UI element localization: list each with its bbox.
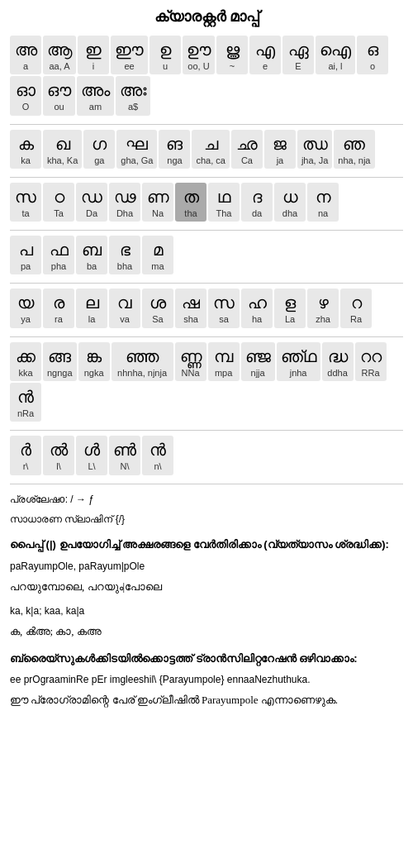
char-transliteration: ba — [87, 260, 97, 272]
char-malayalam: ൻ — [150, 439, 166, 460]
vowels-grid: അaആaa, Aഇiഈeeഉuഊoo, Uൠ~എeഏEഐai, lഒoഓOഔou… — [10, 36, 403, 116]
char-cell: ങ്ങngnga — [43, 342, 77, 381]
char-cell: സta — [10, 183, 41, 222]
char-cell: ഒo — [357, 36, 388, 74]
char-cell: ൠ~ — [216, 36, 248, 74]
char-transliteration: L\ — [88, 460, 95, 472]
char-cell: മ്പmpa — [208, 342, 240, 381]
char-cell: ഷsha — [175, 289, 206, 327]
char-malayalam: ഠ — [54, 186, 64, 207]
char-cell: ങ്കngka — [78, 342, 110, 381]
char-malayalam: ഴ — [318, 292, 329, 313]
char-transliteration: oo, U — [188, 60, 209, 72]
char-cell: ആaa, A — [43, 36, 76, 74]
char-transliteration: ga — [94, 155, 104, 166]
char-transliteration: jnha — [290, 367, 307, 379]
char-malayalam: ഔ — [47, 79, 71, 101]
char-malayalam: ഫ — [50, 239, 69, 260]
char-cell: അംam — [77, 76, 114, 115]
char-transliteration: cha, ca — [196, 155, 225, 166]
char-malayalam: ഘ — [126, 133, 148, 155]
char-cell: ഡDa — [76, 183, 107, 222]
char-cell: ഹha — [241, 289, 273, 327]
char-malayalam: ഉ — [159, 39, 171, 60]
trans-heading: ബ്രൈയ്സുകൾക്കിടയിൽക്കൊട്ടത്ത് ട്രാൻസിലിറ… — [10, 650, 403, 668]
char-malayalam: ങ്ങ — [48, 346, 71, 367]
char-malayalam: ൠ — [225, 39, 240, 60]
char-transliteration: a$ — [128, 101, 138, 112]
char-cell: ഇi — [78, 36, 109, 74]
char-transliteration: am — [89, 101, 102, 112]
char-cell: രra — [43, 289, 74, 327]
char-malayalam: ധ — [282, 186, 298, 207]
char-transliteration: nRa — [17, 408, 34, 419]
char-transliteration: zha — [316, 313, 330, 325]
char-transliteration: pa — [21, 260, 31, 272]
char-malayalam: ര — [53, 292, 64, 313]
consonants3-grid: പpaഫphaബbaഭbhaമma — [10, 236, 403, 274]
char-transliteration: ai, l — [328, 60, 342, 72]
char-transliteration: O — [22, 101, 30, 112]
char-cell: ജja — [264, 130, 296, 169]
char-malayalam: ച — [204, 133, 218, 155]
char-transliteration: tha — [184, 207, 197, 219]
char-malayalam: ത — [183, 186, 199, 207]
pipe-heading: പൈപ്പ് (|) ഉപയോഗിച്ച് അക്ഷരങ്ങളെ വേർതിരി… — [10, 536, 403, 554]
char-transliteration: E — [295, 60, 301, 72]
slash-note: പ്രശ്ലേഷo: / → ƒ — [10, 491, 403, 508]
char-transliteration: a — [23, 60, 28, 72]
char-cell: യya — [10, 289, 41, 327]
char-malayalam: ഭ — [120, 239, 131, 260]
char-cell: ഐai, l — [316, 36, 355, 74]
consonants1-grid: കkaഖkha, Kaഗgaഘgha, Gaങngaചcha, caഛCaജja… — [10, 130, 403, 169]
trans-example: ee prOgraaminRe pEr imgleeshil\ {Parayum… — [10, 671, 403, 709]
char-transliteration: nga — [167, 155, 182, 166]
char-cell: ഠTa — [43, 183, 74, 222]
char-transliteration: bha — [117, 260, 132, 272]
char-transliteration: aa, A — [49, 60, 69, 72]
char-malayalam: യ — [17, 292, 34, 313]
char-malayalam: മ — [153, 239, 164, 260]
char-malayalam: ഏ — [288, 39, 309, 60]
char-malayalam: ൾ — [83, 439, 100, 460]
char-transliteration: sa — [219, 313, 229, 325]
char-cell: ഝjha, Ja — [297, 130, 332, 169]
char-transliteration: sha — [183, 313, 198, 325]
char-transliteration: n\ — [154, 460, 161, 472]
char-transliteration: va — [120, 313, 130, 325]
char-transliteration: Ca — [241, 155, 253, 166]
notes-section: പ്രശ്ലേഷo: / → ƒ സാധാരണ സ്ലാഷിന് {/} പൈപ… — [10, 491, 403, 709]
char-cell: ഘgha, Ga — [116, 130, 157, 169]
char-cell: ഏE — [282, 36, 314, 74]
char-transliteration: ra — [55, 313, 63, 325]
char-transliteration: l\ — [56, 460, 61, 472]
char-malayalam: ഛ — [236, 133, 258, 155]
char-malayalam: ദ്ധ — [328, 346, 348, 367]
char-transliteration: la — [88, 313, 96, 325]
char-malayalam: അ — [15, 39, 37, 60]
char-malayalam: ണ്ണ — [180, 346, 202, 367]
char-malayalam: ൻ — [17, 386, 34, 408]
char-transliteration: ee — [124, 60, 134, 72]
char-transliteration: Dha — [116, 207, 133, 219]
char-malayalam: ന — [316, 186, 331, 207]
char-malayalam: ങ്ക — [86, 346, 102, 367]
char-cell: മma — [142, 236, 173, 274]
char-transliteration: njja — [251, 367, 265, 379]
char-malayalam: ഖ — [55, 133, 70, 155]
char-transliteration: ou — [54, 101, 64, 112]
char-malayalam: എ — [255, 39, 275, 60]
char-transliteration: ngka — [84, 367, 104, 379]
char-cell: അഃa$ — [116, 76, 150, 115]
char-transliteration: na — [318, 207, 328, 219]
char-malayalam: ററ — [360, 346, 382, 367]
char-transliteration: ha — [252, 313, 262, 325]
char-cell: ചcha, ca — [192, 130, 229, 169]
char-transliteration: Ta — [54, 207, 64, 219]
char-malayalam: ശ — [150, 292, 166, 313]
char-cell: ങnga — [159, 130, 190, 169]
char-cell: ഛCa — [231, 130, 263, 169]
char-malayalam: ഈ — [115, 39, 144, 60]
char-malayalam: സ — [15, 186, 36, 207]
char-transliteration: Sa — [152, 313, 163, 325]
